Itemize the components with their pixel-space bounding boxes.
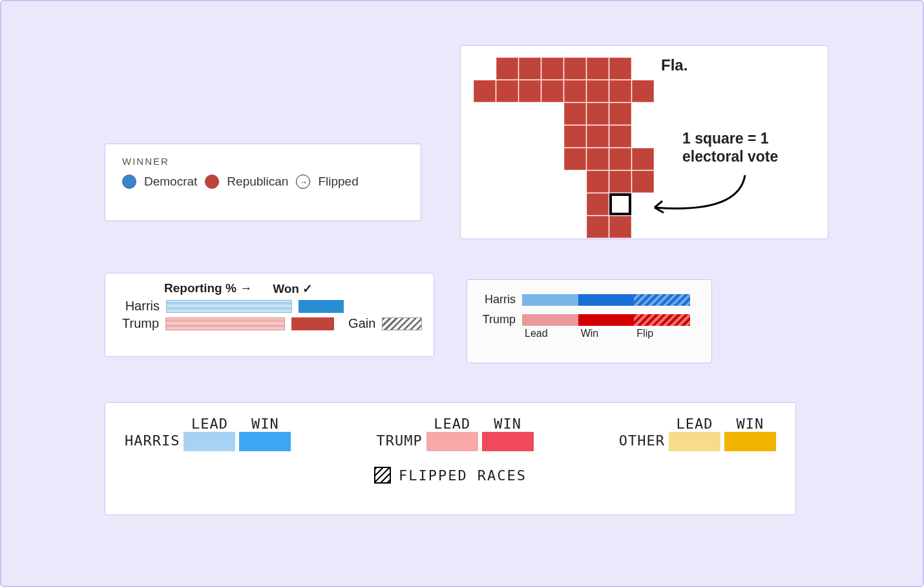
mini-leadwinflip-card: Harris Trump Lead Win Flip bbox=[467, 279, 712, 363]
other-win-label: WIN bbox=[737, 416, 764, 432]
harris-segment-bar bbox=[522, 294, 690, 306]
harris-won-bar bbox=[299, 300, 344, 313]
mini-harris-name: Harris bbox=[480, 293, 516, 306]
trump-lead-swatch bbox=[426, 432, 478, 451]
republican-label: Republican bbox=[227, 175, 288, 189]
harris-lead-label: LEAD bbox=[191, 416, 228, 432]
other-lead-swatch bbox=[669, 432, 720, 451]
electoral-note: 1 square = 1 electoral vote bbox=[682, 130, 812, 165]
flipped-races-label: FLIPPED RACES bbox=[399, 467, 527, 484]
mini-lead-label: Lead bbox=[522, 328, 578, 339]
democrat-label: Democrat bbox=[144, 175, 197, 189]
diagram-canvas: WINNER Democrat Republican → Flipped bbox=[0, 0, 924, 587]
reporting-legend-card: Reporting % → Won ✓ Harris Trump Gain bbox=[105, 273, 434, 357]
trump-reporting-bar bbox=[165, 317, 285, 330]
other-group-label: OTHER bbox=[619, 432, 665, 451]
electoral-map-card: Fla. 1 square = 1 electoral vote bbox=[460, 45, 828, 239]
trump-group-label: TRUMP bbox=[377, 432, 423, 451]
trump-won-bar bbox=[291, 317, 334, 330]
trump-win-swatch bbox=[482, 432, 534, 451]
winner-legend-card: WINNER Democrat Republican → Flipped bbox=[105, 144, 421, 221]
harris-win-swatch bbox=[239, 432, 291, 451]
trump-segment-bar bbox=[522, 314, 690, 326]
state-abbrev: Fla. bbox=[661, 56, 688, 74]
other-win-swatch bbox=[724, 432, 776, 451]
reporting-header: Reporting % → bbox=[164, 281, 252, 296]
harris-lead-swatch bbox=[184, 432, 235, 451]
flipped-label: Flipped bbox=[318, 175, 358, 189]
arrow-icon bbox=[648, 169, 751, 227]
mini-win-label: Win bbox=[578, 328, 635, 339]
harris-group-label: HARRIS bbox=[125, 432, 180, 451]
mini-flip-label: Flip bbox=[634, 328, 690, 339]
trump-group: TRUMP LEAD WIN bbox=[377, 416, 534, 451]
harris-win-label: WIN bbox=[251, 416, 279, 432]
gain-label: Gain bbox=[348, 316, 375, 331]
flipped-icon: → bbox=[296, 175, 310, 189]
trump-win-label: WIN bbox=[494, 416, 521, 432]
harris-name: Harris bbox=[122, 299, 160, 314]
won-header: Won ✓ bbox=[273, 281, 313, 296]
trump-lead-label: LEAD bbox=[434, 416, 470, 432]
harris-reporting-bar bbox=[166, 300, 292, 313]
harris-group: HARRIS LEAD WIN bbox=[125, 416, 291, 451]
other-lead-label: LEAD bbox=[676, 416, 713, 432]
flipped-hatch-icon bbox=[374, 467, 391, 484]
gain-hatch-bar bbox=[382, 317, 422, 330]
democrat-dot-icon bbox=[122, 175, 136, 189]
mini-trump-name: Trump bbox=[480, 313, 516, 326]
other-group: OTHER LEAD WIN bbox=[619, 416, 776, 451]
highlighted-square bbox=[609, 193, 631, 215]
winner-heading: WINNER bbox=[122, 156, 404, 167]
big-leadwin-legend-card: HARRIS LEAD WIN TRUMP LEAD WIN OTHER LEA… bbox=[105, 402, 796, 515]
trump-name: Trump bbox=[122, 316, 159, 331]
republican-dot-icon bbox=[205, 175, 219, 189]
